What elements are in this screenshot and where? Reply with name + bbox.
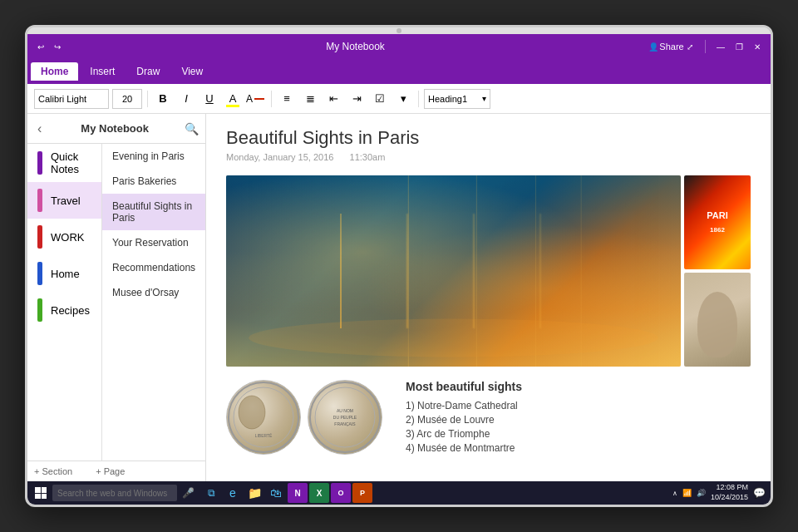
main-paris-image [226, 175, 681, 367]
page-item-recommendations[interactable]: Recommendations [102, 255, 205, 280]
tab-draw[interactable]: Draw [126, 62, 170, 81]
divider-1 [147, 91, 148, 107]
home-color [37, 262, 42, 285]
share-label[interactable]: Share [665, 40, 678, 53]
italic-btn[interactable]: I [176, 89, 196, 109]
pages-panel: Evening in Paris Paris Bakeries Beautifu… [102, 144, 205, 461]
taskbar-powerpoint[interactable]: P [352, 483, 372, 503]
font-name-input[interactable] [34, 89, 109, 109]
sight-4: 4) Musée de Montmartre [406, 442, 751, 454]
page-item-evening[interactable]: Evening in Paris [102, 144, 205, 169]
bottom-section: LIBERTÉ AU NOM DU PEUPLE FRANÇAIS [226, 380, 751, 456]
travel-label: Travel [51, 195, 91, 207]
indent-decrease-btn[interactable]: ⇤ [323, 89, 343, 109]
recipes-label: Recipes [51, 304, 91, 317]
sidebar-item-work[interactable]: WORK [27, 219, 101, 255]
svg-point-7 [239, 396, 265, 429]
street-overlay [226, 175, 681, 367]
redo-btn[interactable]: ↪ [51, 40, 64, 53]
taskbar-excel[interactable]: X [309, 483, 329, 503]
device-frame: ↩ ↪ My Notebook 👤 Share ⤢ — ❐ ✕ Home Ins… [25, 25, 773, 507]
taskbar-search-input[interactable] [52, 485, 177, 501]
work-label: WORK [51, 231, 91, 244]
coin-1-svg: LIBERTÉ [227, 381, 300, 454]
tab-view[interactable]: View [171, 62, 213, 81]
back-btn[interactable]: ‹ [34, 120, 45, 138]
home-label: Home [51, 268, 91, 280]
sections-panel: Quick Notes Travel WORK Home [27, 144, 102, 461]
taskbar-onenote[interactable]: N [288, 483, 308, 503]
title-bar-right: 👤 Share ⤢ — ❐ ✕ [647, 40, 764, 53]
paris-sign-image: PARI1862 [684, 175, 751, 269]
highlight-btn[interactable]: A [223, 89, 243, 109]
checkbox-btn[interactable]: ☑ [370, 89, 390, 109]
page-item-beautiful[interactable]: Beautiful Sights in Paris [102, 194, 205, 230]
page-images: PARI1862 [226, 175, 751, 367]
sidebar: ‹ My Notebook 🔍 Quick Notes Travel [27, 114, 206, 481]
page-content: Beautiful Sights in Paris Monday, Januar… [206, 114, 771, 481]
font-size-input[interactable] [112, 89, 142, 109]
coin-1: LIBERTÉ [226, 380, 301, 455]
taskbar-mic-icon[interactable]: 🎤 [182, 487, 195, 499]
sidebar-search-btn[interactable]: 🔍 [185, 122, 199, 135]
style-arrow: ▾ [482, 94, 486, 103]
taskbar-notifications[interactable]: 💬 [753, 487, 766, 499]
sight-1: 1) Notre-Dame Cathedral [406, 400, 751, 411]
taskbar-chevron-icon[interactable]: ∧ [672, 490, 677, 497]
underline-btn[interactable]: U [200, 89, 219, 109]
undo-btn[interactable]: ↩ [34, 40, 47, 53]
minimize-btn[interactable]: — [714, 40, 727, 53]
indent-increase-btn[interactable]: ⇥ [347, 89, 367, 109]
taskbar-onenote2[interactable]: O [331, 483, 351, 503]
page-item-reservation[interactable]: Your Reservation [102, 230, 205, 255]
taskbar-store[interactable]: 🛍 [266, 483, 286, 503]
numbered-list-btn[interactable]: ≣ [300, 89, 320, 109]
tab-insert[interactable]: Insert [80, 62, 125, 81]
style-dropdown[interactable]: Heading1 ▾ [424, 89, 490, 109]
font-color-btn[interactable]: A [246, 89, 266, 109]
coin-2-svg: AU NOM DU PEUPLE FRANÇAIS [308, 381, 382, 454]
coins-area: LIBERTÉ AU NOM DU PEUPLE FRANÇAIS [226, 380, 392, 456]
checkbox-dropdown-btn[interactable]: ▾ [393, 89, 413, 109]
taskbar-explorer[interactable]: 📁 [244, 483, 264, 503]
restore-btn[interactable]: ❐ [732, 40, 746, 53]
expand-icon[interactable]: ⤢ [683, 40, 697, 53]
page-item-orsay[interactable]: Musee d'Orsay [102, 280, 205, 305]
taskbar-time-display: 12:08 PM [711, 483, 748, 493]
taskbar-edge[interactable]: e [223, 483, 243, 503]
statue-image [684, 273, 751, 367]
add-section-btn[interactable]: + Section [34, 466, 72, 476]
taskbar-network-icon: 📶 [682, 489, 692, 497]
recipes-color [37, 298, 42, 322]
page-time: 11:30am [350, 152, 386, 162]
page-item-bakeries[interactable]: Paris Bakeries [102, 169, 205, 194]
tab-home[interactable]: Home [31, 62, 78, 81]
add-page-btn[interactable]: + Page [96, 466, 125, 476]
taskbar-apps: ⧉ e 📁 🛍 N X O P [201, 483, 372, 503]
bold-btn[interactable]: B [153, 89, 173, 109]
menu-bar: Home Insert Draw View [27, 59, 771, 84]
close-btn[interactable]: ✕ [751, 40, 764, 53]
title-bar: ↩ ↪ My Notebook 👤 Share ⤢ — ❐ ✕ [27, 34, 771, 59]
work-color [37, 225, 42, 249]
divider-2 [271, 91, 272, 107]
sidebar-item-travel[interactable]: Travel [27, 182, 101, 219]
coin-2: AU NOM DU PEUPLE FRANÇAIS [308, 380, 382, 455]
svg-text:AU NOM: AU NOM [337, 408, 353, 413]
sidebar-header: ‹ My Notebook 🔍 [27, 114, 205, 144]
taskbar-volume-icon: 🔊 [697, 489, 706, 497]
sidebar-item-home[interactable]: Home [27, 255, 101, 292]
sidebar-item-recipes[interactable]: Recipes [27, 292, 101, 328]
highlight-color [226, 105, 239, 107]
sights-heading: Most beautiful sights [406, 380, 751, 393]
sight-2: 2) Musée de Louvre [406, 414, 751, 426]
paris-sign-text: PARI1862 [707, 209, 727, 235]
bullet-list-btn[interactable]: ≡ [277, 89, 297, 109]
title-bar-actions: ↩ ↪ [34, 40, 64, 53]
taskbar-right: ∧ 📶 🔊 12:08 PM 10/24/2015 💬 [672, 483, 766, 502]
start-button[interactable] [32, 485, 49, 501]
account-icon[interactable]: 👤 [647, 40, 660, 53]
taskbar-taskview[interactable]: ⧉ [201, 483, 221, 503]
sidebar-item-quicknotes[interactable]: Quick Notes [27, 144, 101, 182]
sidebar-bottom: + Section + Page [27, 461, 205, 481]
